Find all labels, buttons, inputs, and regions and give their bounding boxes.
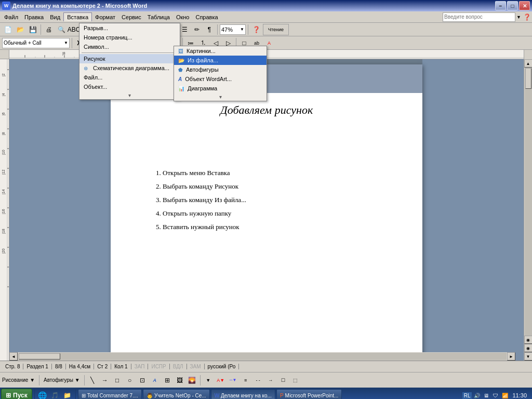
- menu-help[interactable]: Справка: [192, 13, 221, 21]
- title-section: W Делаем книгу на компьютере 2 - Microso…: [2, 2, 147, 10]
- zoom-dropdown[interactable]: 47% ▼: [220, 24, 246, 35]
- tray-clock: 11:30: [510, 392, 529, 398]
- start-button[interactable]: ⊞ Пуск: [1, 389, 32, 399]
- insert-diagram-tool[interactable]: ⊞: [162, 375, 173, 386]
- separator-5: [217, 24, 218, 35]
- explorer-icon[interactable]: 📁: [62, 390, 73, 399]
- new-button[interactable]: 📄: [2, 24, 14, 35]
- style-value: Обычный + Call: [4, 40, 42, 46]
- menu-view[interactable]: Вид: [47, 13, 63, 21]
- insert-picture-tool[interactable]: 🌄: [187, 375, 198, 386]
- menu-window[interactable]: Окно: [173, 13, 193, 21]
- status-col: Кол 1: [111, 364, 131, 369]
- print-button[interactable]: 🖨: [43, 24, 55, 35]
- status-rec: ЗАП: [131, 364, 149, 369]
- h-scroll-thumb[interactable]: [19, 353, 60, 360]
- prev-page-button[interactable]: ◉: [524, 336, 533, 344]
- menu-file[interactable]: Файл: [1, 13, 21, 21]
- menu-more-arrow[interactable]: ▾: [79, 91, 180, 99]
- document-page: Добавляем рисунок Открыть меню Вставка В…: [111, 64, 422, 361]
- help-icon[interactable]: ❓: [523, 14, 531, 21]
- svg-text:|10: |10: [2, 150, 6, 155]
- next-page-button[interactable]: ◉: [524, 344, 533, 352]
- scroll-down-button[interactable]: ▼: [524, 352, 533, 361]
- v-scroll-track[interactable]: [525, 68, 532, 336]
- scroll-left-button[interactable]: ◄: [9, 352, 18, 361]
- svg-text:|4: |4: [2, 93, 6, 96]
- menu-table[interactable]: Таблица: [144, 13, 173, 21]
- taskbar-word[interactable]: W Делаем книгу на ко...: [211, 389, 275, 399]
- style-dropdown[interactable]: Обычный + Call ▼: [2, 38, 70, 48]
- rect-tool[interactable]: □: [112, 375, 123, 386]
- spellcheck-button[interactable]: ABC: [68, 24, 79, 35]
- system-tray: RL 🔊 🖥 🛡 📶 11:30: [460, 391, 531, 399]
- line-color-tool[interactable]: ─▼: [228, 375, 239, 386]
- textbox-tool[interactable]: ⊡: [137, 375, 148, 386]
- taskbar-netop[interactable]: 👨 Учитель NetOp - Се...: [143, 389, 210, 399]
- help-button[interactable]: ❓: [250, 24, 262, 35]
- menu-pagenums[interactable]: Номера страниц...: [79, 33, 180, 42]
- maximize-button[interactable]: □: [507, 1, 518, 10]
- submenu-fromfile[interactable]: 📂 Из файла...: [174, 56, 267, 65]
- oval-tool[interactable]: ○: [124, 375, 136, 386]
- menu-diagram[interactable]: ⊛ Схематическая диаграмма...: [79, 63, 180, 73]
- menu-picture[interactable]: Рисунок: [79, 54, 180, 63]
- drawing-toolbar: Рисование ▼ Автофигуры ▼ ╲ → □ ○ ⊡ A ⊞ 🖼…: [0, 372, 532, 388]
- v-scroll-thumb[interactable]: [525, 68, 531, 89]
- submenu-wordart[interactable]: A Объект WordArt...: [174, 74, 267, 84]
- arrow-style-tool[interactable]: →: [265, 375, 276, 386]
- scroll-right-button[interactable]: ►: [507, 352, 515, 361]
- fromfile-icon: 📂: [178, 58, 184, 63]
- submenu-clipart[interactable]: 🖼 Картинки...: [174, 46, 267, 56]
- taskbar-totalcmd[interactable]: ⊞ Total Commander 7....: [78, 389, 142, 399]
- vertical-scrollbar[interactable]: ▲ ◉ ◉ ▼: [524, 59, 532, 361]
- media-icon[interactable]: 🎵: [49, 390, 61, 399]
- fill-color-tool[interactable]: ▼: [203, 375, 214, 386]
- dash-style-tool[interactable]: - -: [252, 375, 264, 386]
- menu-break[interactable]: Разрыв...: [79, 23, 180, 33]
- drawing-button[interactable]: ✏: [191, 24, 203, 35]
- h-scroll-track[interactable]: [18, 353, 507, 360]
- submenu-chart[interactable]: 📊 Диаграмма: [174, 84, 267, 93]
- save-button[interactable]: 💾: [27, 24, 38, 35]
- menu-service[interactable]: Сервис: [118, 13, 144, 21]
- menu-format[interactable]: Формат: [92, 13, 118, 21]
- submenu-chart-label: Диаграмма: [188, 85, 217, 91]
- horizontal-scrollbar[interactable]: ◄ ►: [9, 352, 515, 361]
- minimize-button[interactable]: −: [495, 1, 506, 10]
- tray-antivirus-icon: 🛡: [491, 391, 500, 399]
- submenu-more-arrow[interactable]: ▾: [174, 93, 267, 101]
- menu-file-ins[interactable]: Файл...: [79, 73, 180, 82]
- preview-button[interactable]: 🔍: [56, 24, 67, 35]
- close-button[interactable]: ✕: [519, 1, 530, 10]
- submenu-autoshapes[interactable]: ⬟ Автофигуры: [174, 65, 267, 74]
- menu-object-ins[interactable]: Объект...: [79, 82, 180, 91]
- line-tool[interactable]: ╲: [87, 375, 98, 386]
- taskbar-ppt[interactable]: P Microsoft PowerPoint...: [276, 389, 342, 399]
- wordart-tool[interactable]: A: [149, 375, 161, 386]
- picture-submenu: 🖼 Картинки... 📂 Из файла... ⬟ Автофигуры…: [174, 46, 267, 101]
- paragraph-button[interactable]: ¶: [204, 24, 215, 35]
- 3d-tool[interactable]: ⬚: [290, 375, 301, 386]
- svg-text:|20: |20: [2, 248, 6, 254]
- menu-edit[interactable]: Правка: [21, 13, 47, 21]
- clipart-tool[interactable]: 🖼: [174, 375, 185, 386]
- document-area[interactable]: Добавляем рисунок Открыть меню Вставка В…: [9, 59, 524, 361]
- list-item-1: Открыть меню Вставка: [163, 169, 391, 177]
- open-button[interactable]: 📂: [15, 24, 26, 35]
- menu-insert[interactable]: Вставка: [63, 12, 92, 21]
- font-color-tool[interactable]: A▼: [215, 375, 227, 386]
- menu-symbol[interactable]: Символ...: [79, 42, 180, 51]
- window-title: Делаем книгу на компьютере 2 - Microsoft…: [12, 3, 147, 9]
- ie-icon[interactable]: 🌐: [37, 390, 48, 399]
- help-search-input[interactable]: [443, 12, 515, 22]
- scroll-up-button[interactable]: ▲: [524, 59, 533, 68]
- columns-button[interactable]: ☰: [179, 24, 190, 35]
- document-title: Добавляем рисунок: [142, 103, 391, 117]
- arrow-tool[interactable]: →: [99, 375, 111, 386]
- shadow-tool[interactable]: ☐: [277, 375, 289, 386]
- chart-icon: 📊: [178, 86, 184, 91]
- help-dropdown-arrow[interactable]: ▼: [516, 15, 521, 20]
- reading-button[interactable]: Чтение: [263, 24, 289, 35]
- line-style-tool[interactable]: ≡: [240, 375, 251, 386]
